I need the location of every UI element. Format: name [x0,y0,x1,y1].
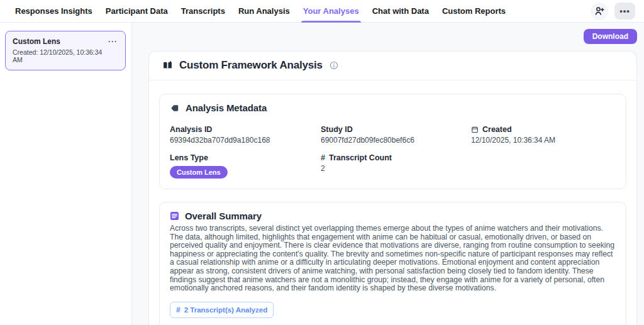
metadata-grid-spacer [471,153,616,179]
metadata-heading: Analysis Metadata [186,102,267,113]
summary-text: Across two transcripts, several distinct… [170,224,616,293]
lens-type-label: Lens Type [170,153,321,162]
analysis-id-value: 69394d32ba707dd9a180c168 [170,136,321,145]
field-analysis-id: Analysis ID 69394d32ba707dd9a180c168 [170,125,321,145]
lens-card-created: Created: 12/10/2025, 10:36:34 AM [13,48,106,63]
analysis-list-item-custom-lens[interactable]: Custom Lens Created: 12/10/2025, 10:36:3… [5,31,126,70]
download-button[interactable]: Download [584,29,637,44]
hash-icon: # [176,306,180,314]
info-icon[interactable] [330,61,338,70]
analysis-id-label: Analysis ID [170,125,321,134]
analysis-card-body: Analysis Metadata Analysis ID 69394d32ba… [149,80,636,325]
top-navigation-bar: Responses Insights Participant Data Tran… [0,0,644,23]
metadata-grid: Analysis ID 69394d32ba707dd9a180c168 Stu… [170,125,616,179]
transcripts-analyzed-badge: # 2 Transcript(s) Analyzed [170,302,274,318]
nav-item-chat-with-data[interactable]: Chat with Data [372,0,429,23]
field-study-id: Study ID 69007fd27db09fec80bef6c6 [321,125,471,145]
nav-item-custom-reports[interactable]: Custom Reports [442,0,506,23]
created-label: Created [482,125,512,134]
transcript-count-value: 2 [321,164,471,173]
calendar-icon [471,126,479,133]
metadata-heading-row: Analysis Metadata [170,102,616,113]
tag-icon [170,104,180,113]
lens-card-menu-button[interactable]: ⋯ [106,37,118,46]
ellipsis-icon: ••• [619,6,630,16]
page-title: Custom Framework Analysis [179,59,323,72]
add-user-button[interactable] [591,3,608,20]
transcript-count-label-row: # Transcript Count [321,153,471,162]
study-id-value: 69007fd27db09fec80bef6c6 [321,136,471,145]
lens-type-badge: Custom Lens [170,166,228,179]
transcripts-analyzed-label: 2 Transcript(s) Analyzed [184,306,268,314]
summary-heading-row: Overall Summary [170,211,616,221]
nav-item-run-analysis[interactable]: Run Analysis [238,0,290,23]
overall-summary-card: Overall Summary Across two transcripts, … [159,202,626,325]
hash-icon: # [321,153,325,162]
nav-item-participant-data[interactable]: Participant Data [106,0,168,23]
toolbar-row: Download [148,29,637,44]
page-layout: Custom Lens Created: 12/10/2025, 10:36:3… [0,23,644,325]
custom-framework-analysis-card: Custom Framework Analysis [148,51,637,325]
ellipsis-icon: ⋯ [108,38,117,45]
field-lens-type: Lens Type Custom Lens [170,153,321,179]
field-transcript-count: # Transcript Count 2 [321,153,471,179]
analysis-card-header: Custom Framework Analysis [149,52,636,80]
topnav-actions: ••• [591,3,635,20]
nav-item-your-analyses[interactable]: Your Analyses [303,0,359,23]
lens-card-text: Custom Lens Created: 12/10/2025, 10:36:3… [13,37,106,63]
analysis-metadata-card: Analysis Metadata Analysis ID 69394d32ba… [159,94,626,189]
transcript-count-label: Transcript Count [329,153,392,162]
created-label-row: Created [471,125,616,134]
created-value: 12/10/2025, 10:36:34 AM [471,136,616,145]
more-options-button[interactable]: ••• [614,3,635,19]
nav-item-transcripts[interactable]: Transcripts [181,0,225,23]
document-lines-icon [170,211,179,221]
nav-item-responses-insights[interactable]: Responses Insights [15,0,92,23]
summary-heading: Overall Summary [185,211,262,221]
analyses-sidebar: Custom Lens Created: 12/10/2025, 10:36:3… [0,23,132,325]
study-id-label: Study ID [321,125,471,134]
field-created: Created 12/10/2025, 10:36:34 AM [471,125,616,145]
book-open-icon [162,60,174,71]
lens-card-title: Custom Lens [13,37,106,46]
main-content: Download Custom Framework Analysis [132,23,644,325]
user-plus-icon [594,6,605,16]
